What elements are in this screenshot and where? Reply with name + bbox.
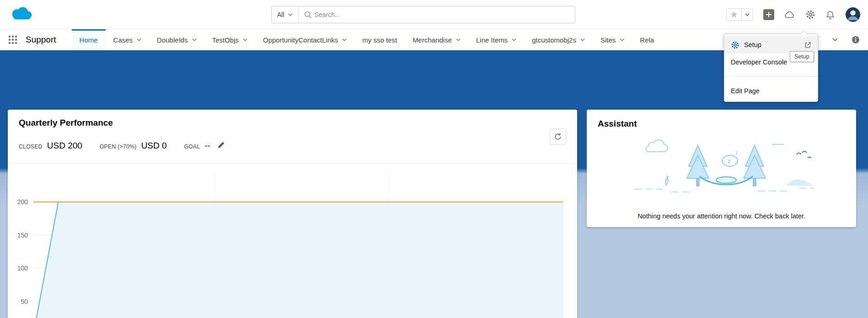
favorites-star-button[interactable] bbox=[727, 9, 741, 21]
menu-divider bbox=[724, 76, 818, 77]
setup-gear-icon bbox=[731, 41, 739, 49]
stat-value: USD 200 bbox=[47, 141, 82, 151]
tab-label: Line Items bbox=[476, 36, 508, 44]
search-scope-selector[interactable]: All bbox=[272, 6, 299, 23]
cloud-icon bbox=[784, 10, 795, 19]
chevron-down-icon[interactable] bbox=[456, 38, 461, 41]
tab-label: DoubleIds bbox=[157, 36, 188, 44]
assistant-empty-message: Nothing needs your attention right now. … bbox=[587, 212, 856, 220]
chevron-down-icon[interactable] bbox=[512, 38, 516, 41]
info-icon bbox=[852, 36, 860, 44]
quick-create-button[interactable] bbox=[763, 9, 774, 20]
stat-label: GOAL bbox=[184, 143, 200, 150]
notifications-bell-icon bbox=[825, 10, 835, 20]
nav-overflow-button[interactable] bbox=[832, 38, 838, 42]
app-launcher-waffle-icon bbox=[8, 35, 18, 45]
tab-rela[interactable]: Rela bbox=[632, 29, 662, 50]
global-header: All bbox=[0, 0, 868, 29]
svg-text:200: 200 bbox=[17, 198, 28, 206]
tab-line-items[interactable]: Line Items bbox=[468, 29, 524, 50]
chart-area: 050100150200Okt.Nov.Dez. bbox=[11, 166, 577, 318]
menu-item-label: Developer Console bbox=[731, 58, 787, 66]
assistant-card: Assistant bbox=[587, 110, 856, 227]
svg-text:z: z bbox=[735, 150, 738, 155]
stat-value: USD 0 bbox=[141, 141, 167, 151]
nav-overflow-chevron-icon bbox=[832, 38, 838, 42]
tab-opportunitycontactlinks[interactable]: OpportunityContactLinks bbox=[255, 29, 354, 50]
chevron-down-icon[interactable] bbox=[342, 38, 347, 41]
performance-card-title: Quarterly Performance bbox=[19, 118, 566, 128]
chevron-down-icon[interactable] bbox=[243, 38, 247, 41]
chevron-down-icon[interactable] bbox=[580, 38, 585, 41]
tab-label: Home bbox=[80, 36, 98, 44]
pencil-icon bbox=[218, 141, 225, 148]
favorites-star-icon bbox=[730, 11, 738, 19]
tab-gtcustomobj2s[interactable]: gtcustomobj2s bbox=[524, 29, 593, 50]
app-name: Support bbox=[26, 29, 72, 50]
app-launcher-button[interactable] bbox=[0, 29, 26, 50]
chevron-down-icon[interactable] bbox=[137, 38, 141, 41]
menu-item-label: Setup bbox=[744, 41, 761, 48]
quick-create-icon bbox=[763, 9, 774, 20]
tab-label: Sites bbox=[600, 36, 616, 44]
edit-goal-button[interactable] bbox=[218, 141, 225, 150]
stat-goal: GOAL-- bbox=[184, 141, 225, 151]
tab-merchandise[interactable]: Merchandise bbox=[405, 29, 468, 50]
tab-label: Rela bbox=[640, 36, 654, 44]
setup-dropdown-menu: Setup Developer ConsoleEdit Page bbox=[724, 34, 818, 102]
chevron-down-icon[interactable] bbox=[192, 38, 197, 41]
nav-right-controls bbox=[832, 29, 860, 50]
tab-label: Merchandise bbox=[413, 36, 452, 44]
chevron-down-icon bbox=[288, 13, 293, 16]
salesforce-logo bbox=[8, 5, 35, 26]
tab-label: gtcustomobj2s bbox=[532, 36, 576, 44]
svg-text:50: 50 bbox=[21, 298, 28, 305]
user-avatar-icon bbox=[846, 7, 860, 22]
menu-item-label: Edit Page bbox=[731, 87, 760, 95]
info-button[interactable] bbox=[852, 36, 860, 44]
svg-text:150: 150 bbox=[17, 232, 28, 239]
stat-label: CLOSED bbox=[19, 143, 43, 150]
quarterly-performance-card: Quarterly Performance CLOSEDUSD 200OPEN … bbox=[8, 110, 577, 318]
assistant-card-title: Assistant bbox=[587, 110, 856, 129]
tab-my-sso-test[interactable]: my sso test bbox=[354, 29, 405, 50]
search-input[interactable] bbox=[315, 11, 575, 18]
stat-label: OPEN (>70%) bbox=[100, 143, 137, 150]
tab-label: OpportunityContactLinks bbox=[263, 36, 338, 44]
refresh-button[interactable] bbox=[550, 128, 566, 145]
chevron-down-icon bbox=[745, 13, 750, 16]
search-scope-label: All bbox=[277, 11, 284, 18]
setup-gear-button[interactable] bbox=[805, 10, 815, 20]
tab-home[interactable]: Home bbox=[72, 29, 106, 50]
tab-sites[interactable]: Sites bbox=[593, 29, 632, 50]
tab-doubleids[interactable]: DoubleIds bbox=[149, 29, 204, 50]
stat-open-70: OPEN (>70%)USD 0 bbox=[100, 141, 167, 151]
tab-testobjs[interactable]: TestObjs bbox=[204, 29, 255, 50]
svg-text:100: 100 bbox=[17, 265, 28, 272]
external-link-icon bbox=[804, 42, 811, 48]
menu-item-edit-page[interactable]: Edit Page bbox=[724, 82, 818, 100]
nav-tabs: HomeCasesDoubleIdsTestObjsOpportunityCon… bbox=[72, 29, 662, 50]
tab-label: Cases bbox=[113, 36, 133, 44]
search-icon bbox=[304, 11, 312, 19]
assistant-empty-state-illustration: z z bbox=[587, 134, 856, 196]
performance-stats: CLOSEDUSD 200OPEN (>70%)USD 0GOAL-- bbox=[19, 141, 566, 151]
stat-closed: CLOSEDUSD 200 bbox=[19, 141, 82, 151]
header-actions bbox=[726, 0, 861, 29]
cloud-button[interactable] bbox=[784, 10, 795, 19]
favorites-group bbox=[726, 8, 753, 21]
setup-tooltip: Setup bbox=[790, 51, 814, 62]
stat-value: -- bbox=[205, 141, 211, 151]
global-search: All bbox=[271, 6, 575, 23]
notifications-button[interactable] bbox=[825, 10, 835, 20]
performance-chart: 050100150200Okt.Nov.Dez. bbox=[11, 166, 566, 318]
user-avatar-button[interactable] bbox=[845, 7, 861, 22]
tab-cases[interactable]: Cases bbox=[106, 29, 150, 50]
favorites-chevron-button[interactable] bbox=[742, 9, 753, 21]
performance-card-header: Quarterly Performance CLOSEDUSD 200OPEN … bbox=[8, 110, 577, 164]
tab-label: my sso test bbox=[362, 36, 397, 44]
setup-gear-icon bbox=[805, 10, 815, 20]
tab-label: TestObjs bbox=[212, 36, 239, 44]
chevron-down-icon[interactable] bbox=[620, 38, 624, 41]
svg-text:z: z bbox=[728, 158, 730, 164]
